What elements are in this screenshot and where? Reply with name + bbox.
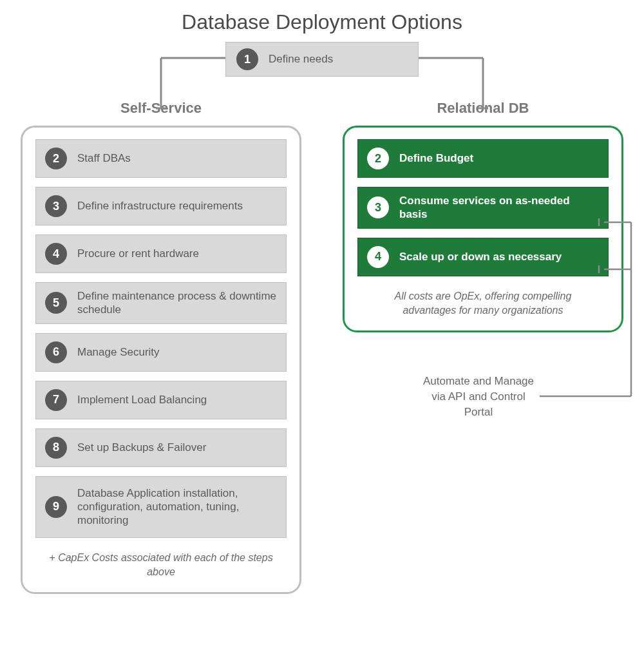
step-label: Staff DBAs [77, 151, 131, 165]
step-row: 4 Procure or rent hardware [35, 235, 287, 273]
step-number-badge: 4 [367, 246, 389, 268]
step-number-badge: 5 [45, 292, 67, 314]
step-label: Set up Backups & Failover [77, 441, 206, 454]
step-row: 6 Manage Security [35, 333, 287, 372]
step-label: Define maintenance process & downtime sc… [77, 289, 277, 317]
step-row: 2 Define Budget [357, 139, 609, 178]
step-row: 8 Set up Backups & Failover [35, 428, 287, 467]
diagram-title: Database Deployment Options [0, 10, 644, 34]
step-row: 7 Implement Load Balancing [35, 381, 287, 419]
step-label: Database Application installation, confi… [77, 486, 277, 528]
step-label: Define infrastructure requirements [77, 199, 243, 213]
step-label: Manage Security [77, 345, 160, 359]
step-row: 5 Define maintenance process & downtime … [35, 282, 287, 324]
step-label: Define needs [269, 52, 333, 66]
self-service-column: Self-Service 2 Staff DBAs 3 Define infra… [21, 100, 301, 594]
self-service-panel: 2 Staff DBAs 3 Define infrastructure req… [21, 126, 301, 594]
step-define-needs: 1 Define needs [225, 42, 419, 77]
column-heading-relational-db: Relational DB [343, 100, 623, 117]
step-number-badge: 2 [367, 148, 389, 169]
self-service-note: + CapEx Costs associated with each of th… [35, 547, 287, 580]
step-row: 2 Staff DBAs [35, 139, 287, 178]
step-label: Procure or rent hardware [77, 247, 199, 260]
step-row: 9 Database Application installation, con… [35, 476, 287, 538]
step-number-badge: 6 [45, 341, 67, 363]
step-number-badge: 3 [367, 196, 389, 218]
relational-db-panel: 2 Define Budget 3 Consume services on as… [343, 126, 623, 332]
step-label: Scale up or down as necessary [399, 250, 562, 263]
step-label: Implement Load Balancing [77, 393, 207, 407]
column-heading-self-service: Self-Service [21, 100, 301, 117]
step-number-badge: 8 [45, 437, 67, 459]
automate-callout: Automate and Manage via API and Control … [417, 374, 540, 419]
step-label: Define Budget [399, 151, 473, 165]
step-row: 4 Scale up or down as necessary [357, 238, 609, 276]
relational-db-note: All costs are OpEx, offering compelling … [357, 285, 609, 318]
step-number-badge: 3 [45, 195, 67, 217]
step-row: 3 Define infrastructure requirements [35, 187, 287, 225]
step-number-badge: 2 [45, 148, 67, 169]
step-number-badge: 4 [45, 243, 67, 265]
step-number-badge: 1 [236, 48, 258, 70]
relational-db-column: Relational DB 2 Define Budget 3 Consume … [343, 100, 623, 594]
step-row: 3 Consume services on as-needed basis [357, 187, 609, 229]
step-number-badge: 7 [45, 389, 67, 411]
step-label: Consume services on as-needed basis [399, 194, 599, 222]
step-number-badge: 9 [45, 496, 67, 518]
